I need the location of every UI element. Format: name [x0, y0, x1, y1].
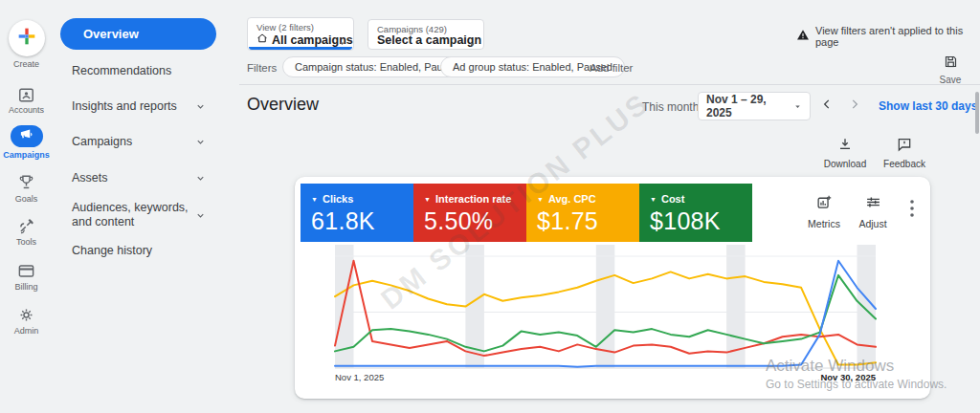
download-icon	[837, 139, 853, 155]
scorecard-interaction-rate-value: 5.50%	[413, 207, 526, 235]
chevron-down-icon	[195, 101, 206, 112]
add-filter-button[interactable]: Add filter	[590, 62, 633, 74]
feedback-label: Feedback	[876, 159, 933, 169]
show-last-30-days-link[interactable]: Show last 30 days	[879, 99, 977, 113]
more-options-kebab-icon[interactable]	[905, 198, 919, 219]
caret-down-icon: ▼	[650, 196, 657, 203]
tools-icon	[17, 217, 35, 235]
scorecard-cost-value: $108K	[639, 207, 752, 235]
trophy-icon	[17, 173, 35, 191]
adjust-button[interactable]: Adjust	[848, 194, 898, 229]
accounts-label: Accounts	[0, 105, 53, 115]
credit-card-icon	[17, 262, 35, 280]
metrics-button[interactable]: Metrics	[799, 194, 849, 229]
vertical-scrollbar[interactable]	[975, 92, 979, 134]
left-icon-rail: Create Accounts Campaigns	[0, 0, 53, 413]
caret-down-icon	[468, 35, 477, 53]
warning-text: View filters aren't applied to this page	[815, 25, 980, 48]
campaigns-active-pill	[11, 125, 43, 147]
billing-label: Billing	[0, 282, 53, 292]
nav-item-overview[interactable]: Overview	[60, 18, 216, 50]
campaign-selector-value: Select a campaign	[377, 33, 481, 47]
toolbar-divider	[239, 84, 980, 85]
create-button[interactable]	[9, 20, 45, 56]
date-range-selector[interactable]: Nov 1 – 29, 2025	[698, 92, 811, 120]
caret-down-icon: ▼	[311, 196, 318, 203]
download-label: Download	[816, 159, 874, 169]
chevron-down-icon	[195, 173, 206, 184]
sliders-icon	[865, 197, 881, 213]
sidebar-item-goals[interactable]	[0, 173, 53, 195]
warning-triangle-icon	[796, 28, 810, 45]
scorecard-clicks-value: 61.8K	[301, 207, 413, 235]
svg-text:Nov 1, 2025: Nov 1, 2025	[335, 372, 384, 382]
campaign-selector-dropdown[interactable]: Campaigns (429) Select a campaign	[368, 19, 484, 50]
plus-icon	[17, 27, 36, 50]
goals-label: Goals	[0, 194, 53, 204]
admin-label: Admin	[0, 326, 53, 336]
view-selector-label: View (2 filters)	[256, 22, 314, 33]
nav-item-assets[interactable]: Assets	[72, 171, 206, 185]
sidebar-item-billing[interactable]	[0, 262, 53, 284]
scorecard-cost[interactable]: ▼Cost $108K	[639, 184, 752, 242]
nav-item-audiences-keywords-content[interactable]: Audiences, keywords, and content	[72, 201, 206, 229]
chevron-down-icon	[195, 210, 206, 221]
previous-period-button[interactable]	[816, 96, 837, 117]
feedback-button[interactable]: Feedback	[876, 137, 933, 169]
nav-item-recommendations[interactable]: Recommendations	[72, 64, 206, 78]
create-label: Create	[0, 59, 53, 69]
campaigns-label: Campaigns	[0, 150, 53, 160]
page-title: Overview	[247, 95, 319, 115]
chevron-right-icon	[848, 98, 861, 115]
scorecard-avg-cpc-value: $1.75	[526, 207, 639, 235]
chevron-down-icon	[195, 137, 206, 147]
nav-item-change-history[interactable]: Change history	[72, 244, 206, 258]
date-range-value: Nov 1 – 29, 2025	[706, 93, 793, 120]
accounts-icon	[17, 86, 35, 104]
scorecard-clicks[interactable]: ▼Clicks 61.8K	[301, 184, 413, 242]
caret-down-icon	[793, 102, 802, 111]
view-selector-dropdown[interactable]: View (2 filters) All campaigns	[247, 17, 354, 51]
svg-text:Nov 30, 2025: Nov 30, 2025	[820, 372, 876, 382]
tools-label: Tools	[0, 237, 53, 247]
megaphone-icon	[19, 127, 33, 145]
sidebar-item-admin[interactable]	[0, 306, 53, 328]
nav-item-campaigns[interactable]: Campaigns	[72, 135, 206, 149]
scorecard-interaction-rate[interactable]: ▼Interaction rate 5.50%	[413, 184, 526, 242]
caret-down-icon: ▼	[537, 196, 544, 203]
save-button[interactable]: Save	[934, 54, 967, 85]
download-button[interactable]: Download	[816, 137, 874, 169]
nav-item-insights-and-reports[interactable]: Insights and reports	[72, 99, 206, 114]
sidebar-item-campaigns[interactable]	[0, 125, 53, 147]
nav-overview-label: Overview	[83, 27, 139, 41]
home-icon	[256, 33, 268, 47]
view-filters-warning: View filters aren't applied to this page	[796, 25, 980, 48]
gear-icon	[17, 306, 35, 324]
next-period-button[interactable]	[844, 96, 865, 117]
active-view-underline	[249, 47, 352, 50]
adjust-label: Adjust	[848, 218, 898, 229]
chevron-left-icon	[820, 98, 834, 115]
overview-chart-card: ▼Clicks 61.8K ▼Interaction rate 5.50% ▼A…	[295, 177, 930, 399]
save-icon	[944, 55, 958, 72]
feedback-icon	[897, 139, 912, 155]
google-ads-page: Create Accounts Campaigns	[0, 0, 980, 413]
metrics-label: Metrics	[799, 218, 849, 229]
filters-label: Filters	[247, 62, 277, 74]
scorecard-avg-cpc[interactable]: ▼Avg. CPC $1.75	[526, 184, 639, 242]
metrics-chart-icon	[816, 197, 833, 213]
sidebar-item-tools[interactable]	[0, 217, 53, 239]
caret-down-icon: ▼	[424, 196, 431, 203]
date-period-label: This month	[642, 100, 699, 114]
